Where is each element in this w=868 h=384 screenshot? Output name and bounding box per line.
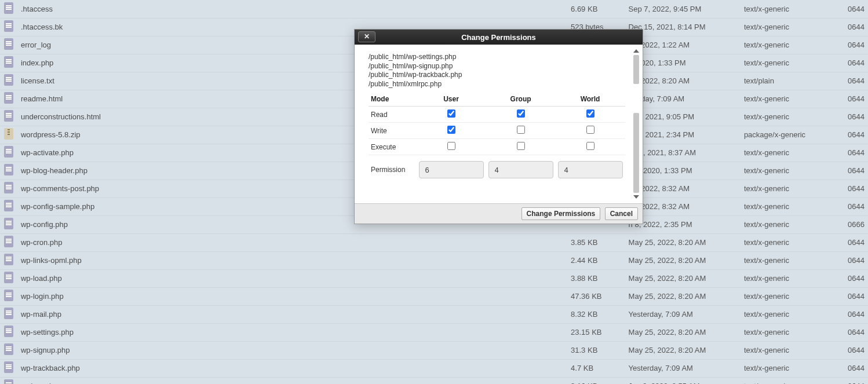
perm-execute-group[interactable]: [517, 142, 525, 150]
cancel-button[interactable]: Cancel: [605, 207, 638, 220]
file-perm: 0644: [844, 0, 868, 18]
dialog-titlebar[interactable]: ✕ Change Permissions: [355, 30, 643, 45]
perm-read-user[interactable]: [447, 109, 455, 118]
perm-write-world[interactable]: [586, 126, 595, 134]
table-row[interactable]: wp-trackback.php4.7 KBYesterday, 7:09 AM…: [0, 359, 868, 377]
perm-header-group: Group: [486, 92, 556, 107]
file-date: Sep 7, 2022, 9:45 PM: [625, 0, 741, 18]
file-icon: [4, 343, 13, 355]
file-size: 31.3 KB: [567, 341, 625, 359]
table-row[interactable]: wp-settings.php23.15 KBMay 25, 2022, 8:2…: [0, 323, 868, 341]
scroll-track[interactable]: [632, 55, 640, 193]
perm-execute-world[interactable]: [586, 142, 595, 150]
file-date: May 25, 2022, 8:20 AM: [625, 323, 741, 341]
dialog-file-path: /public_html/xmlrpc.php: [369, 80, 636, 89]
file-size: 2.44 KB: [567, 251, 625, 269]
scroll-thumb-top[interactable]: [633, 55, 639, 84]
table-row[interactable]: wp-cron.php3.85 KBMay 25, 2022, 8:20 AMt…: [0, 233, 868, 251]
file-name[interactable]: wp-load.php: [17, 269, 567, 287]
table-row[interactable]: wp-load.php3.88 KBMay 25, 2022, 8:20 AMt…: [0, 269, 868, 287]
file-name[interactable]: .htaccess: [17, 0, 567, 18]
file-type: text/x-generic: [741, 359, 844, 377]
confirm-button[interactable]: Change Permissions: [521, 207, 601, 220]
table-row[interactable]: xmlrpc.php3.16 KBJun 9, 2020, 2:55 AMtex…: [0, 377, 868, 384]
file-date: Yesterday, 7:09 AM: [625, 359, 741, 377]
file-icon: [4, 164, 13, 175]
file-type: package/x-generic: [741, 126, 844, 144]
perm-read-world[interactable]: [586, 109, 595, 118]
file-icon: [4, 254, 13, 265]
file-perm: 0644: [844, 72, 868, 90]
table-row[interactable]: wp-mail.php8.32 KBYesterday, 7:09 AMtext…: [0, 305, 868, 323]
file-icon: [4, 290, 13, 301]
table-row[interactable]: .htaccess6.69 KBSep 7, 2022, 9:45 PMtext…: [0, 0, 868, 18]
file-type: text/plain: [741, 72, 844, 90]
file-name[interactable]: wp-signup.php: [17, 341, 567, 359]
table-row[interactable]: wp-links-opml.php2.44 KBMay 25, 2022, 8:…: [0, 251, 868, 269]
file-name[interactable]: wp-login.php: [17, 287, 567, 305]
file-icon: [4, 74, 13, 86]
file-type: text/x-generic: [741, 287, 844, 305]
file-perm: 0644: [844, 162, 868, 180]
file-name[interactable]: wp-mail.php: [17, 305, 567, 323]
file-icon: [4, 56, 13, 68]
file-icon: [4, 92, 13, 104]
file-type: text/x-generic: [741, 198, 844, 215]
file-icon: [4, 272, 13, 283]
file-icon: [4, 20, 13, 32]
table-row[interactable]: wp-signup.php31.3 KBMay 25, 2022, 8:20 A…: [0, 341, 868, 359]
perm-write-user[interactable]: [447, 126, 455, 134]
file-name[interactable]: wp-cron.php: [17, 233, 567, 251]
file-type: text/x-generic: [741, 215, 844, 233]
archive-icon: [4, 128, 13, 140]
file-date: Yesterday, 7:09 AM: [625, 305, 741, 323]
file-size: 3.85 KB: [567, 233, 625, 251]
file-name[interactable]: wp-links-opml.php: [17, 251, 567, 269]
file-type: text/x-generic: [741, 233, 844, 251]
perm-read-group[interactable]: [517, 109, 525, 118]
file-type: text/x-generic: [741, 144, 844, 162]
dialog-title: Change Permissions: [461, 33, 536, 42]
perm-label-read: Read: [369, 107, 417, 123]
file-icon: [4, 379, 13, 384]
file-icon: [4, 218, 13, 229]
file-perm: 0644: [844, 36, 868, 54]
perm-octal-user[interactable]: [419, 161, 484, 178]
table-row[interactable]: wp-login.php47.36 KBMay 25, 2022, 8:20 A…: [0, 287, 868, 305]
scroll-up-icon[interactable]: [633, 49, 639, 53]
perm-header-world: World: [556, 92, 625, 107]
file-icon: [4, 2, 13, 14]
file-perm: 0644: [844, 269, 868, 287]
scroll-thumb-bottom[interactable]: [633, 113, 639, 193]
perm-octal-world[interactable]: [558, 161, 623, 178]
file-name[interactable]: wp-settings.php: [17, 323, 567, 341]
file-perm: 0666: [844, 215, 868, 233]
file-name[interactable]: xmlrpc.php: [17, 377, 567, 384]
file-icon: [4, 236, 13, 247]
file-type: text/x-generic: [741, 108, 844, 126]
file-type: text/x-generic: [741, 0, 844, 18]
file-type: text/x-generic: [741, 54, 844, 72]
file-icon: [4, 146, 13, 158]
file-icon: [4, 182, 13, 193]
file-perm: 0644: [844, 341, 868, 359]
perm-octal-row: Permission: [369, 155, 625, 182]
file-perm: 0644: [844, 180, 868, 198]
file-name[interactable]: wp-trackback.php: [17, 359, 567, 377]
file-type: text/x-generic: [741, 341, 844, 359]
perm-row-write: Write: [369, 123, 625, 139]
scroll-down-icon[interactable]: [633, 195, 639, 199]
file-perm: 0644: [844, 251, 868, 269]
dialog-close-button[interactable]: ✕: [358, 31, 375, 42]
dialog-scrollbar[interactable]: [631, 49, 641, 199]
change-permissions-dialog: ✕ Change Permissions /public_html/wp-set…: [354, 29, 643, 224]
perm-octal-group[interactable]: [488, 161, 553, 178]
perm-execute-user[interactable]: [447, 142, 455, 150]
perm-write-group[interactable]: [517, 126, 525, 134]
file-type: text/x-generic: [741, 323, 844, 341]
file-size: 23.15 KB: [567, 323, 625, 341]
file-size: 47.36 KB: [567, 287, 625, 305]
file-icon: [4, 361, 13, 373]
file-icon: [4, 110, 13, 122]
file-type: text/x-generic: [741, 162, 844, 180]
